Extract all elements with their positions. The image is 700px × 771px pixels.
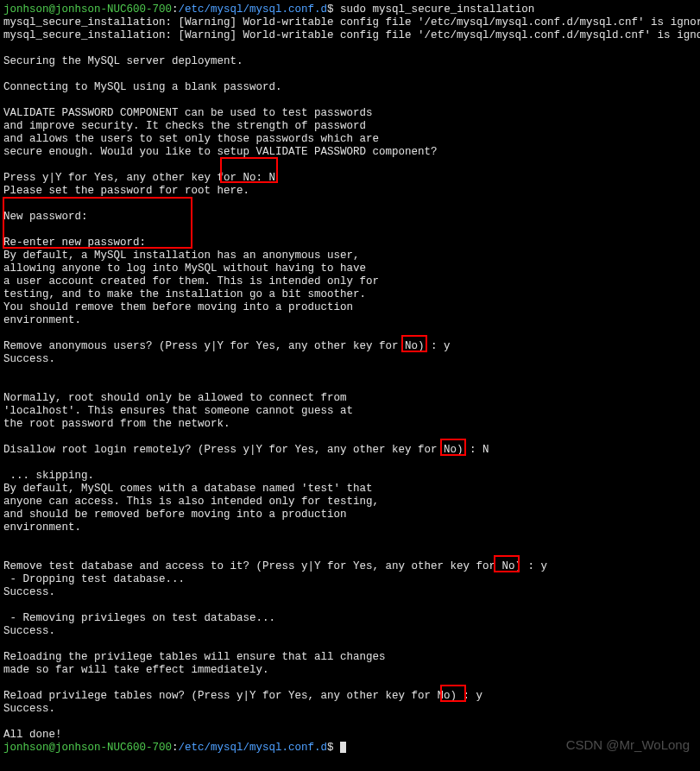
- terminal-output: [3, 94, 697, 107]
- prompt-symbol: $: [327, 742, 334, 754]
- terminal-output: Reloading the privilege tables will ensu…: [3, 651, 697, 664]
- prompt-user: jonhson@jonhson-NUC600-700: [3, 3, 172, 16]
- cursor-icon: [340, 742, 346, 753]
- terminal-output: and improve security. It checks the stre…: [3, 120, 697, 133]
- terminal-output: [3, 638, 697, 651]
- terminal-output: Press y|Y for Yes, any other key for No:…: [3, 172, 697, 185]
- terminal-output: [3, 599, 697, 612]
- terminal-output: [3, 68, 697, 81]
- terminal-output: and should be removed before moving into…: [3, 509, 697, 521]
- terminal-output: Success.: [3, 586, 697, 599]
- prompt-symbol: $: [327, 3, 334, 16]
- terminal-output: Re-enter new password:: [3, 237, 697, 250]
- terminal-output: VALIDATE PASSWORD COMPONENT can be used …: [3, 107, 697, 120]
- terminal-output: [3, 327, 697, 340]
- terminal-output: [3, 547, 697, 560]
- prompt-line-1[interactable]: jonhson@jonhson-NUC600-700:/etc/mysql/my…: [3, 3, 697, 16]
- prompt-colon: :: [172, 3, 179, 16]
- terminal-output: [3, 534, 697, 547]
- terminal-output: [3, 159, 697, 172]
- terminal-output: secure enough. Would you like to setup V…: [3, 146, 697, 159]
- terminal-output: New password:: [3, 211, 697, 224]
- terminal-output: Success.: [3, 353, 697, 366]
- terminal-output: [3, 198, 697, 211]
- prompt-colon: :: [172, 742, 179, 754]
- terminal-output: Success.: [3, 625, 697, 638]
- terminal-output: the root password from the network.: [3, 418, 697, 431]
- terminal-output: testing, and to make the installation go…: [3, 288, 697, 301]
- terminal-output: Remove test database and access to it? (…: [3, 560, 697, 573]
- terminal-output: ... skipping.: [3, 470, 697, 483]
- command-text: [334, 742, 341, 754]
- terminal-output: allowing anyone to log into MySQL withou…: [3, 262, 697, 275]
- terminal-output: anyone can access. This is also intended…: [3, 496, 697, 509]
- terminal-output: [3, 224, 697, 237]
- terminal-output: made so far will take effect immediately…: [3, 664, 697, 677]
- terminal-output: [3, 42, 697, 55]
- terminal-output: Normally, root should only be allowed to…: [3, 392, 697, 405]
- prompt-path: /etc/mysql/mysql.conf.d: [179, 3, 328, 16]
- watermark-text: CSDN @Mr_WoLong: [566, 738, 690, 751]
- terminal-output: [3, 677, 697, 690]
- terminal-output: - Dropping test database...: [3, 573, 697, 586]
- terminal-output: By default, a MySQL installation has an …: [3, 250, 697, 262]
- terminal-output: environment.: [3, 521, 697, 534]
- terminal-output: [3, 366, 697, 379]
- terminal-output: Please set the password for root here.: [3, 185, 697, 198]
- terminal-output: 'localhost'. This ensures that someone c…: [3, 405, 697, 418]
- terminal-output: - Removing privileges on test database..…: [3, 612, 697, 625]
- terminal-output: mysql_secure_installation: [Warning] Wor…: [3, 16, 697, 29]
- terminal-output: [3, 431, 697, 444]
- terminal-output: Reload privilege tables now? (Press y|Y …: [3, 690, 697, 703]
- terminal-output: Connecting to MySQL using a blank passwo…: [3, 81, 697, 94]
- terminal-output: [3, 379, 697, 392]
- terminal-output: By default, MySQL comes with a database …: [3, 483, 697, 496]
- terminal-output: [3, 457, 697, 470]
- terminal-output: Securing the MySQL server deployment.: [3, 55, 697, 68]
- terminal-output: mysql_secure_installation: [Warning] Wor…: [3, 29, 697, 42]
- terminal-output: Remove anonymous users? (Press y|Y for Y…: [3, 340, 697, 353]
- terminal-output: and allows the users to set only those p…: [3, 133, 697, 146]
- prompt-path: /etc/mysql/mysql.conf.d: [179, 742, 328, 754]
- terminal-output: Success.: [3, 703, 697, 716]
- terminal-output: environment.: [3, 314, 697, 327]
- command-text: sudo mysql_secure_installation: [334, 3, 535, 16]
- terminal-output: a user account created for them. This is…: [3, 275, 697, 288]
- terminal-output: You should remove them before moving int…: [3, 301, 697, 314]
- prompt-user: jonhson@jonhson-NUC600-700: [3, 742, 172, 754]
- terminal-output: Disallow root login remotely? (Press y|Y…: [3, 444, 697, 457]
- terminal-output: [3, 716, 697, 729]
